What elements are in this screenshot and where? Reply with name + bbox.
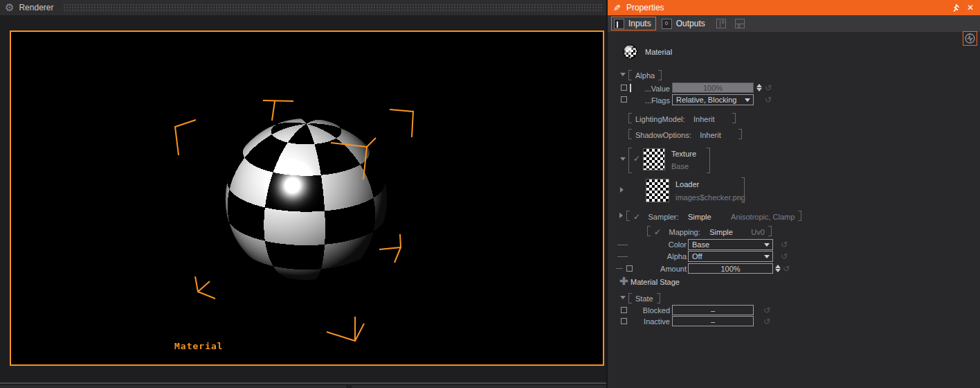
amount-label: Amount xyxy=(635,265,687,273)
toggle-input-values-button[interactable]: 0 xyxy=(716,18,728,30)
properties-title: Properties xyxy=(626,3,950,12)
group-lighting-model: LightingModel: Inherit xyxy=(628,113,736,123)
amount-input[interactable]: 100% xyxy=(688,263,773,274)
panel-drag-handle[interactable] xyxy=(63,3,602,12)
properties-pane: ✎ Properties ✕ Inputs 0 Outputs xyxy=(608,0,980,388)
close-icon[interactable]: ✕ xyxy=(963,1,977,15)
alpha-label: Alpha xyxy=(635,252,687,261)
texture-bracket-left xyxy=(628,148,632,173)
group-sampler: ✓ Sampler: Simple Anisotropic, Clamp xyxy=(626,211,801,221)
alpha-reset-icon[interactable]: ↺ xyxy=(781,252,788,261)
flags-label: ...Flags xyxy=(628,96,670,105)
collapse-texture-icon[interactable] xyxy=(620,157,626,161)
amount-checkbox[interactable] xyxy=(626,265,633,272)
pin-panel-button[interactable] xyxy=(950,1,963,15)
inactive-reset-icon[interactable]: ↺ xyxy=(763,317,770,326)
amount-spinner[interactable] xyxy=(775,265,781,272)
loader-filename: images$checker.png xyxy=(675,193,745,202)
color-reset-icon[interactable]: ↺ xyxy=(781,240,788,249)
add-icon[interactable]: ✚ xyxy=(619,275,628,288)
blocked-label: Blocked xyxy=(628,306,670,315)
value-label: ...Value xyxy=(628,85,670,93)
selected-object-label: Material xyxy=(174,341,224,351)
texture-bracket-right xyxy=(707,148,710,173)
sampler-value[interactable]: Simple xyxy=(688,213,711,221)
blocked-input[interactable]: – xyxy=(672,305,754,315)
shadow-options-value[interactable]: Inherit xyxy=(700,131,721,139)
value-reset-icon[interactable]: ↺ xyxy=(765,84,772,92)
expand-loader-icon[interactable] xyxy=(620,187,624,193)
loader-label: Loader xyxy=(675,180,699,188)
alpha-value: Off xyxy=(692,252,702,261)
alpha-flags-dropdown[interactable]: Relative, Blocking xyxy=(672,94,754,105)
expand-sampler-icon[interactable] xyxy=(619,213,623,218)
bottom-panel-edge xyxy=(0,385,606,388)
alpha-connector-line xyxy=(617,256,628,257)
group-state: State xyxy=(628,293,660,303)
alpha-value-text: 100% xyxy=(703,84,723,92)
flags-reset-icon[interactable]: ↺ xyxy=(765,96,772,104)
inactive-checkbox[interactable] xyxy=(621,318,627,324)
texture-thumbnail xyxy=(643,148,665,170)
sampler-label: Sampler: xyxy=(648,213,679,221)
alpha-value-slider[interactable]: 100% xyxy=(672,82,754,93)
blocked-checkbox[interactable] xyxy=(621,307,627,313)
value-spinner[interactable] xyxy=(756,84,762,91)
sampler-flags: Anisotropic, Clamp xyxy=(731,213,795,221)
amount-value: 100% xyxy=(720,265,740,273)
collapse-alpha-icon[interactable] xyxy=(620,73,626,76)
node-name: Material xyxy=(645,48,672,56)
collapse-state-icon[interactable] xyxy=(620,296,626,299)
mapping-label: Mapping: xyxy=(669,228,700,236)
inactive-label: Inactive xyxy=(628,317,670,326)
chevron-down-icon xyxy=(764,255,770,258)
outputs-icon: 0 xyxy=(662,19,672,29)
renderer-pane: ⚙ Renderer xyxy=(0,0,606,388)
selection-corner-markers xyxy=(11,32,603,364)
add-material-stage-button[interactable]: Material Stage xyxy=(630,278,680,286)
amount-connector-line xyxy=(616,268,623,269)
properties-title-bar[interactable]: ✎ Properties ✕ xyxy=(608,0,980,15)
shadow-options-label: ShadowOptions: xyxy=(635,131,691,139)
mapping-value[interactable]: Simple xyxy=(709,228,733,236)
outputs-icon-digit: 0 xyxy=(665,20,668,26)
lighting-model-value[interactable]: Inherit xyxy=(693,115,715,123)
texture-label: Texture xyxy=(671,150,696,158)
alpha-flags-value: Relative, Blocking xyxy=(676,96,736,104)
renderer-title: Renderer xyxy=(19,3,53,12)
amount-reset-icon[interactable]: ↺ xyxy=(783,265,790,273)
group-alpha: Alpha xyxy=(628,70,662,80)
toggle-output-values-button[interactable]: 0 xyxy=(734,18,747,30)
chevron-down-icon xyxy=(764,243,770,247)
horizontal-splitter[interactable] xyxy=(0,382,606,384)
lighting-model-label: LightingModel: xyxy=(635,115,685,123)
texture-enabled-check[interactable]: ✓ xyxy=(633,154,640,164)
inactive-value: – xyxy=(711,317,715,326)
blocked-value: – xyxy=(711,306,715,315)
bottom-panel-gap xyxy=(346,384,352,388)
group-shadow-options: ShadowOptions: Inherit xyxy=(628,129,742,139)
texture-sublabel: Base xyxy=(671,162,689,170)
loader-thumbnail xyxy=(646,179,669,202)
value-checkbox[interactable] xyxy=(621,85,627,91)
loader-bracket-right xyxy=(741,177,745,203)
mapping-flags: Uv0 xyxy=(751,228,765,236)
gear-icon[interactable]: ⚙ xyxy=(5,0,14,15)
inactive-input[interactable]: – xyxy=(672,316,754,326)
color-label: Color xyxy=(635,240,687,249)
renderer-title-bar[interactable]: ⚙ Renderer xyxy=(0,0,606,15)
sampler-enabled-check[interactable]: ✓ xyxy=(633,212,640,222)
render-viewport[interactable]: Material xyxy=(10,30,604,366)
flags-checkbox[interactable] xyxy=(621,96,627,103)
alpha-dropdown[interactable]: Off xyxy=(688,251,773,262)
mapping-enabled-check[interactable]: ✓ xyxy=(654,227,661,237)
blocked-reset-icon[interactable]: ↺ xyxy=(763,306,770,315)
material-node-icon xyxy=(623,44,637,59)
tab-inputs[interactable]: Inputs xyxy=(611,17,656,30)
color-value: Base xyxy=(692,240,709,249)
application-window: ⚙ Renderer xyxy=(0,0,980,388)
pencil-icon: ✎ xyxy=(613,3,621,13)
group-mapping: ✓ Mapping: Simple Uv0 xyxy=(647,226,772,236)
tab-outputs[interactable]: 0 Outputs xyxy=(660,17,709,30)
color-dropdown[interactable]: Base xyxy=(688,239,773,250)
